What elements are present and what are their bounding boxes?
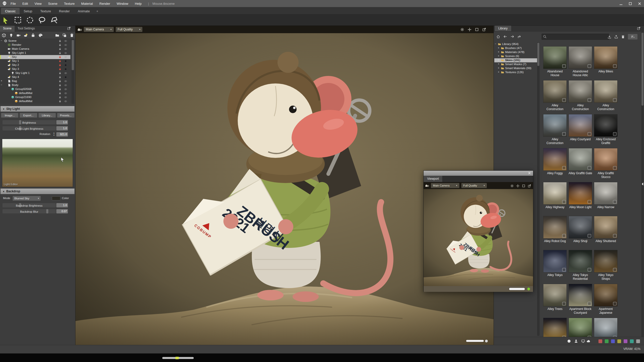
panel-tab-tool-settings[interactable]: Tool Settings (15, 26, 38, 32)
sky-thumbnail-image[interactable] (594, 148, 618, 171)
scene-tree-item-sky[interactable]: Sky (0, 55, 70, 59)
sky-thumbnail-alley-enclosed-graffiti[interactable]: Alley Enclosed Graffiti (594, 114, 618, 145)
sky-thumbnail-image[interactable] (543, 148, 567, 171)
tree-expander[interactable]: − (1, 83, 2, 86)
sky-thumbnail-image[interactable] (543, 216, 567, 239)
menu-edit[interactable]: Edit (22, 2, 28, 6)
tag-color-chip[interactable] (617, 339, 621, 343)
sky-light-button-presets[interactable]: Presets... (57, 113, 74, 118)
backdrop-mode-dropdown[interactable]: Blurred Sky▾ (13, 196, 41, 201)
tool-marquee-rect-icon[interactable] (14, 16, 22, 24)
sky-thumbnail-alley-bikes[interactable]: Alley Bikes (594, 46, 618, 73)
backdrop-color-swatch[interactable] (52, 196, 60, 200)
sky-thumbnail-image[interactable] (594, 250, 618, 273)
library-folder-textures[interactable]: +Textures (126) (494, 70, 539, 74)
add-light-button[interactable] (9, 33, 13, 37)
panel-collapse-arrow-icon[interactable] (641, 182, 644, 186)
thumbnail-checkbox[interactable] (588, 234, 591, 238)
lock-icon[interactable] (59, 72, 61, 74)
sky-thumbnail-abandoned-house[interactable]: Abandoned House (543, 46, 567, 77)
rotation-spinner[interactable]: ▲▼ (53, 132, 55, 136)
tree-expander[interactable]: + (498, 55, 499, 57)
lock-icon[interactable] (59, 88, 61, 90)
visibility-icon[interactable] (64, 92, 67, 95)
maximize-button-icon[interactable] (628, 2, 632, 6)
tool-cursor-icon[interactable] (2, 16, 10, 24)
floating-viewport-window[interactable]: Viewport Main Camera▾ Full Quality▾ (423, 170, 533, 292)
export-upload-icon[interactable] (614, 35, 618, 39)
add-sky-button[interactable] (24, 33, 28, 37)
visibility-icon[interactable] (64, 48, 67, 51)
sky-thumbnail-alley-tokyo[interactable]: Alley Tokyo (543, 250, 567, 277)
sky-light-button-image[interactable]: Image... (1, 113, 18, 118)
sky-thumbnail-alley-courtyard[interactable]: Alley Courtyard (569, 114, 592, 141)
tag-color-chip[interactable] (598, 339, 602, 343)
sky-thumbnail-image[interactable] (569, 182, 592, 205)
sky-thumbnail-alley-trees[interactable]: Alley Trees (543, 284, 567, 311)
duplicate-button[interactable] (62, 33, 67, 37)
scene-tree-item-sky-1[interactable]: Sky 1 (0, 59, 70, 63)
menu-file[interactable]: File (11, 2, 16, 6)
add-palette-button[interactable] (38, 33, 43, 37)
library-folder-brushes[interactable]: +Brushes (47) (494, 46, 539, 50)
scene-tree-item-scene[interactable]: −Scene (0, 39, 70, 43)
quality-dropdown[interactable]: Full Quality▾ (461, 183, 487, 188)
thumbnail-checkbox[interactable] (562, 302, 566, 305)
add-bag-button[interactable] (31, 33, 35, 37)
sky-light-button-library[interactable]: Library... (38, 113, 56, 118)
tool-lasso-icon[interactable] (38, 16, 46, 24)
sky-preview-image[interactable]: Light Editor (2, 139, 73, 187)
visibility-icon[interactable] (64, 80, 67, 83)
add-camera-button[interactable] (16, 33, 21, 37)
lock-icon[interactable] (59, 52, 61, 54)
sky-thumbnail-alley-graffiti-gate[interactable]: Alley Graffiti Gate (569, 148, 592, 175)
sky-thumbnail-image[interactable] (569, 148, 592, 171)
visibility-icon[interactable] (64, 88, 67, 91)
menu-texture[interactable]: Texture (64, 2, 75, 6)
forward-icon[interactable] (510, 35, 514, 38)
thumbnail-checkbox[interactable] (613, 132, 617, 136)
lock-icon[interactable] (59, 76, 61, 78)
sky-thumbnail-image[interactable] (543, 114, 567, 137)
library-folder-smart[interactable]: +Smart Materials (99) (494, 66, 539, 70)
thumbnail-checkbox[interactable] (588, 132, 591, 136)
sky-thumbnail-alley-graffiti-stucco[interactable]: Alley Graffiti Stucco (594, 148, 618, 179)
menu-window[interactable]: Window (117, 2, 128, 6)
visibility-icon[interactable] (64, 64, 67, 67)
menu-material[interactable]: Material (81, 2, 93, 6)
sky-thumbnail-image[interactable] (594, 114, 618, 137)
visibility-icon[interactable] (64, 60, 67, 63)
tool-polygon-lasso-icon[interactable] (50, 16, 58, 24)
sky-thumbnail-alley-moon-light[interactable]: Alley Moon Light (569, 182, 592, 209)
scene-tree-item-group21690[interactable]: Group21690 (0, 95, 70, 99)
minimize-button-icon[interactable] (619, 2, 623, 6)
tab-setup[interactable]: Setup (20, 8, 36, 14)
monitor-icon[interactable] (581, 339, 585, 343)
cloud-icon[interactable] (586, 339, 590, 343)
library-folder-smart[interactable]: +Smart Masks (7) (494, 62, 539, 66)
frame-viewport-icon[interactable] (475, 28, 479, 31)
visibility-icon[interactable] (64, 68, 67, 71)
tab-animate[interactable]: Animate (74, 8, 94, 14)
move-viewport-icon[interactable] (468, 28, 471, 31)
thumbnail-checkbox[interactable] (613, 302, 617, 305)
library-folder-library[interactable]: −Library (954) (494, 42, 539, 46)
camera-dropdown[interactable]: Main Camera▾ (431, 183, 459, 188)
thumbnail-checkbox[interactable] (588, 64, 591, 68)
sky-thumbnail-abandoned-house-attic[interactable]: Abandoned House Attic (569, 46, 592, 77)
delete-trash-icon[interactable] (621, 35, 625, 39)
sky-thumbnail-image[interactable] (569, 250, 592, 273)
lock-icon[interactable] (59, 92, 61, 95)
tree-expander[interactable]: − (1, 39, 2, 42)
back-icon[interactable] (503, 35, 507, 38)
sky-light-button-export[interactable]: Export... (20, 113, 37, 118)
thumbnail-checkbox[interactable] (613, 234, 617, 238)
visibility-icon[interactable] (64, 52, 67, 55)
visibility-icon[interactable] (64, 76, 67, 79)
floating-viewport-render[interactable] (424, 189, 533, 286)
sky-thumbnail-image[interactable] (569, 80, 592, 103)
sort-filter-button[interactable] (628, 34, 637, 39)
scene-tree-item-sky-light-1[interactable]: Sky Light 1 (0, 51, 70, 55)
lock-icon[interactable] (59, 84, 61, 86)
brightness-slider[interactable]: Brightness (3, 120, 56, 124)
